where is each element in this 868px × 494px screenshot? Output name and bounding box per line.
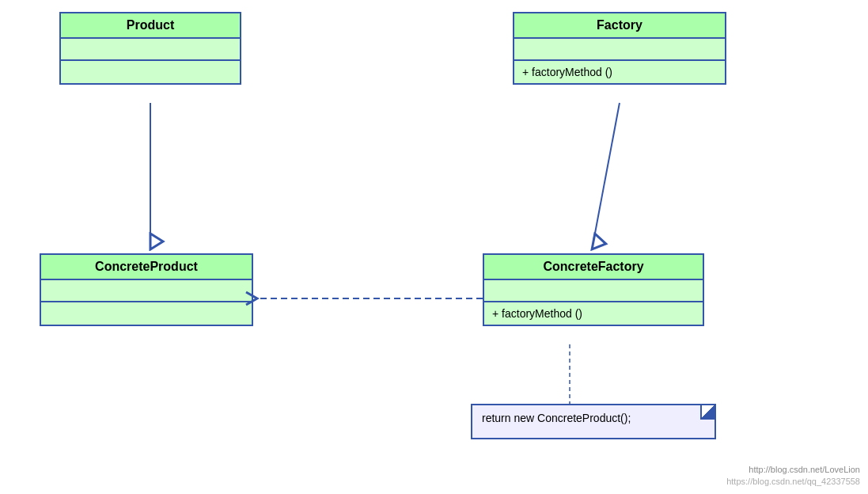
class-concrete-product-section1 bbox=[41, 280, 252, 302]
note-box: return new ConcreteProduct(); bbox=[471, 404, 716, 439]
watermark-url2: https://blog.csdn.net/qq_42337558 bbox=[726, 477, 860, 486]
class-product: Product bbox=[59, 12, 241, 85]
class-concrete-factory: ConcreteFactory + factoryMethod () bbox=[483, 253, 704, 326]
svg-line-2 bbox=[593, 103, 620, 241]
class-concrete-product-section2 bbox=[41, 302, 252, 325]
class-factory-section1 bbox=[514, 39, 725, 61]
class-factory-name: Factory bbox=[514, 13, 725, 39]
class-concrete-product-name: ConcreteProduct bbox=[41, 255, 252, 280]
class-factory-method: + factoryMethod () bbox=[514, 61, 725, 83]
class-factory: Factory + factoryMethod () bbox=[513, 12, 726, 85]
class-concrete-product: ConcreteProduct bbox=[40, 253, 253, 326]
class-product-section1 bbox=[61, 39, 240, 61]
class-concrete-factory-name: ConcreteFactory bbox=[484, 255, 703, 280]
note-text: return new ConcreteProduct(); bbox=[482, 412, 631, 424]
diagram-container: Product Factory + factoryMethod () Concr… bbox=[0, 0, 868, 494]
class-product-section2 bbox=[61, 61, 240, 83]
class-concrete-factory-method: + factoryMethod () bbox=[484, 302, 703, 325]
watermark-url: http://blog.csdn.net/LoveLion bbox=[749, 465, 860, 474]
class-product-name: Product bbox=[61, 13, 240, 39]
class-concrete-factory-section1 bbox=[484, 280, 703, 302]
